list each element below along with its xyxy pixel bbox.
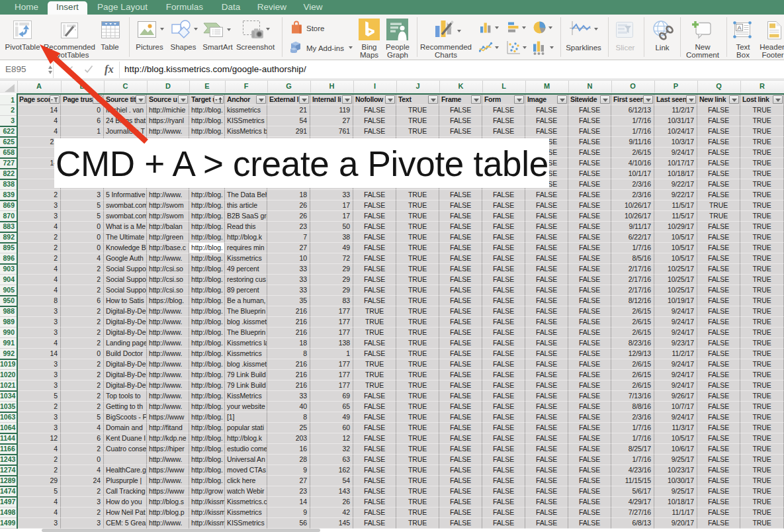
svg-text:A: A xyxy=(737,24,741,31)
